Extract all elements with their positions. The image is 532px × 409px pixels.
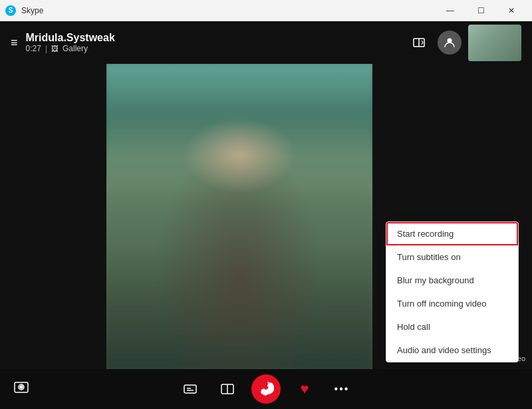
call-header-left: ≡ Mridula.Systweak 0:27 | 🖼 Gallery	[11, 32, 115, 53]
svg-rect-3	[184, 385, 196, 393]
react-heart-button[interactable]: ♥	[291, 376, 318, 402]
screenshot-button[interactable]	[13, 379, 29, 398]
close-button[interactable]: ✕	[496, 0, 527, 21]
call-footer: ♥ •••	[0, 369, 532, 409]
context-menu-start-recording[interactable]: Start recording	[386, 222, 518, 245]
context-menu: Start recording Turn subtitles on Blur m…	[386, 221, 519, 362]
footer-center: ♥ •••	[177, 374, 355, 404]
context-menu-blur-background[interactable]: Blur my background	[386, 269, 518, 292]
title-bar-left: S Skype	[5, 5, 43, 16]
svg-point-10	[20, 386, 23, 388]
caller-name: Mridula.Systweak	[26, 32, 115, 44]
video-thumbnail	[468, 25, 521, 61]
call-area: ≡ Mridula.Systweak 0:27 | 🖼 Gallery	[0, 21, 532, 409]
split-screen-button[interactable]	[214, 376, 241, 402]
separator: |	[45, 44, 47, 53]
call-title-block: Mridula.Systweak 0:27 | 🖼 Gallery	[26, 32, 115, 53]
split-view-button[interactable]	[407, 31, 431, 55]
skype-logo-icon: S	[5, 5, 16, 16]
context-menu-turn-off-incoming-video[interactable]: Turn off incoming video	[386, 292, 518, 315]
hamburger-icon[interactable]: ≡	[11, 36, 18, 50]
context-menu-hold-call[interactable]: Hold call	[386, 315, 518, 339]
call-header-right	[407, 25, 521, 61]
title-bar-controls: — ☐ ✕	[435, 0, 527, 21]
call-header: ≡ Mridula.Systweak 0:27 | 🖼 Gallery	[0, 21, 532, 64]
maximize-button[interactable]: ☐	[466, 0, 496, 21]
captions-button[interactable]	[177, 376, 203, 402]
main-video-feed	[106, 64, 372, 369]
call-duration: 0:27	[26, 44, 41, 53]
title-bar: S Skype — ☐ ✕	[0, 0, 532, 21]
gallery-label: Gallery	[63, 44, 88, 53]
participants-button[interactable]	[438, 31, 462, 55]
more-options-button[interactable]: •••	[329, 376, 355, 402]
person-overlay	[106, 64, 372, 369]
side-panel-left	[0, 64, 106, 369]
context-menu-turn-subtitles-on[interactable]: Turn subtitles on	[386, 245, 518, 269]
app-name: Skype	[21, 6, 43, 15]
call-subtitle: 0:27 | 🖼 Gallery	[26, 44, 115, 53]
minimize-button[interactable]: —	[435, 0, 466, 21]
end-call-button[interactable]	[251, 374, 281, 404]
gallery-icon: 🖼	[51, 45, 59, 53]
context-menu-audio-video-settings[interactable]: Audio and video settings	[386, 339, 518, 362]
